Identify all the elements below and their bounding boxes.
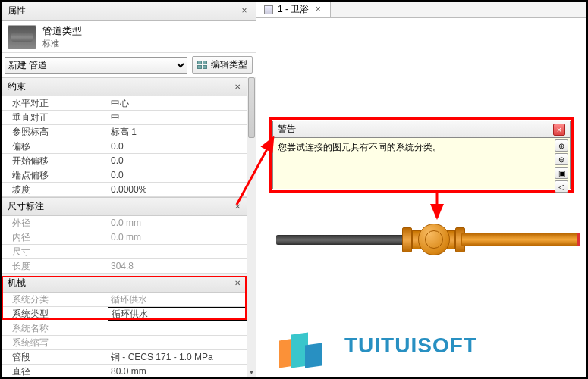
property-value: 0.0: [108, 154, 247, 168]
property-value: [108, 336, 247, 349]
property-row[interactable]: 长度304.8: [2, 259, 247, 274]
watermark-logo: TUITUISOFT: [278, 324, 477, 367]
pipe-segment-right: [461, 233, 577, 246]
tab-label: 1 - 卫浴: [278, 3, 309, 16]
property-label: 系统名称: [2, 321, 108, 335]
property-row[interactable]: 管段铜 - CECS 171 - 1.0 MPa: [2, 350, 247, 365]
property-label: 内径: [2, 230, 108, 244]
property-row[interactable]: 系统类型循环供水: [2, 307, 247, 321]
property-row[interactable]: 参照标高标高 1: [2, 125, 247, 139]
property-value: 80.0 mm: [108, 365, 247, 377]
scroll-down-icon[interactable]: ▼: [247, 367, 256, 377]
section-title: 尺寸标注: [8, 200, 234, 213]
property-value: 铜 - CECS 171 - 1.0 MPa: [108, 350, 247, 364]
type-title: 管道类型: [42, 24, 82, 38]
warning-body: 您尝试连接的图元具有不同的系统分类。 ⊕ ⊖ ▣ ◁: [272, 138, 571, 190]
valve-icon: [418, 224, 450, 255]
property-value: 0.0: [108, 139, 247, 153]
properties-scrollbar[interactable]: ▲ ▼: [247, 77, 256, 377]
pipe-end-marker: [577, 233, 580, 246]
pipe-segment-left: [276, 235, 407, 245]
property-label: 开始偏移: [2, 154, 108, 168]
drawing-canvas[interactable]: 警告 × 您尝试连接的图元具有不同的系统分类。 ⊕ ⊖ ▣ ◁: [256, 18, 586, 377]
property-label: 端点偏移: [2, 168, 108, 182]
view-icon: [264, 5, 273, 14]
instance-selector[interactable]: 新建 管道: [5, 57, 187, 74]
pipe-thumbnail-icon: [8, 25, 36, 49]
warning-annotation: 警告 × 您尝试连接的图元具有不同的系统分类。 ⊕ ⊖ ▣ ◁: [272, 121, 571, 190]
property-label: 偏移: [2, 139, 108, 153]
property-value: 循环供水: [108, 293, 247, 306]
warning-expand-button[interactable]: ⊕: [555, 139, 568, 152]
property-value[interactable]: 循环供水: [108, 307, 247, 321]
warning-header: 警告 ×: [272, 121, 571, 138]
property-label: 直径: [2, 365, 108, 377]
warning-title: 警告: [278, 123, 553, 136]
property-value: [108, 321, 247, 335]
property-row[interactable]: 垂直对正中: [2, 111, 247, 125]
property-value: [108, 245, 247, 258]
property-label: 尺寸: [2, 245, 108, 258]
property-row[interactable]: 系统分类循环供水: [2, 293, 247, 307]
property-value: 0.0000%: [108, 183, 247, 196]
property-label: 系统类型: [2, 307, 108, 321]
property-row[interactable]: 系统缩写: [2, 336, 247, 350]
property-label: 垂直对正: [2, 111, 108, 124]
warning-list-button[interactable]: ◁: [555, 180, 568, 193]
edit-type-icon: [197, 61, 208, 70]
edit-type-label: 编辑类型: [211, 58, 247, 71]
expander-icon[interactable]: ✕: [234, 202, 241, 211]
section-header[interactable]: 机械✕: [2, 274, 247, 293]
pipe-assembly-graphic: [275, 224, 578, 255]
property-label: 坡度: [2, 183, 108, 196]
property-row[interactable]: 系统名称: [2, 321, 247, 336]
property-row[interactable]: 尺寸: [2, 245, 247, 259]
edit-type-button[interactable]: 编辑类型: [192, 56, 253, 74]
tab-bar: 1 - 卫浴 ×: [256, 2, 586, 18]
property-value: 0.0: [108, 168, 247, 182]
scroll-thumb[interactable]: [248, 77, 255, 138]
tab-close-icon[interactable]: ×: [313, 5, 322, 14]
logo-icon: [278, 324, 331, 367]
section-title: 约束: [8, 80, 234, 93]
property-row[interactable]: 坡度0.0000%: [2, 183, 247, 197]
section-title: 机械: [8, 277, 234, 290]
property-label: 水平对正: [2, 96, 108, 110]
property-row[interactable]: 端点偏移0.0: [2, 168, 247, 183]
property-value: 中: [108, 111, 247, 124]
property-row[interactable]: 水平对正中心: [2, 96, 247, 111]
close-panel-icon[interactable]: ×: [239, 6, 250, 17]
section-header[interactable]: 尺寸标注✕: [2, 197, 247, 216]
property-label: 管段: [2, 350, 108, 364]
property-value: 0.0 mm: [108, 216, 247, 230]
type-subtitle: 标准: [42, 38, 82, 49]
property-row[interactable]: 开始偏移0.0: [2, 154, 247, 168]
property-label: 参照标高: [2, 125, 108, 139]
expander-icon[interactable]: ✕: [234, 279, 241, 287]
panel-title: 属性: [8, 5, 239, 17]
property-row[interactable]: 外径0.0 mm: [2, 216, 247, 230]
annotation-arrow-down-icon: [429, 192, 445, 222]
property-value: 304.8: [108, 259, 247, 273]
property-row[interactable]: 偏移0.0: [2, 139, 247, 154]
warning-message: 您尝试连接的图元具有不同的系统分类。: [278, 142, 442, 152]
property-label: 系统分类: [2, 293, 108, 306]
property-value: 0.0 mm: [108, 230, 247, 244]
expander-icon[interactable]: ✕: [234, 83, 241, 91]
properties-panel-header: 属性 ×: [2, 2, 256, 21]
section-header[interactable]: 约束✕: [2, 77, 247, 96]
property-row[interactable]: 直径80.0 mm: [2, 365, 247, 377]
property-row[interactable]: 内径0.0 mm: [2, 230, 247, 245]
property-value: 标高 1: [108, 125, 247, 139]
property-value: 中心: [108, 96, 247, 110]
property-label: 系统缩写: [2, 336, 108, 349]
warning-nav-button[interactable]: ▣: [555, 167, 568, 179]
warning-close-icon[interactable]: ×: [553, 124, 565, 136]
property-label: 长度: [2, 259, 108, 273]
flange-left-icon: [402, 227, 412, 252]
property-label: 外径: [2, 216, 108, 230]
warning-collapse-button[interactable]: ⊖: [555, 153, 568, 165]
type-preview-row[interactable]: 管道类型 标准: [2, 21, 256, 53]
tab-view[interactable]: 1 - 卫浴 ×: [256, 2, 331, 17]
logo-text: TUITUISOFT: [344, 334, 477, 358]
